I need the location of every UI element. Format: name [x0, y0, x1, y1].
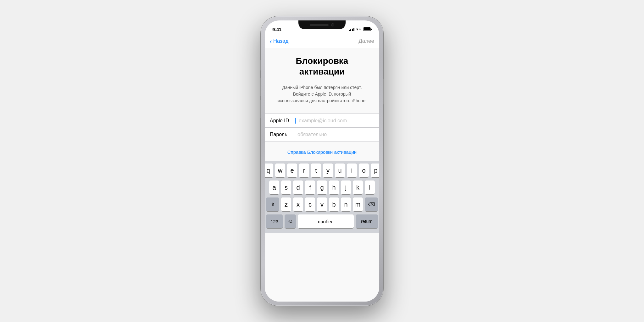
- password-row[interactable]: Пароль: [265, 128, 379, 142]
- volume-up-button[interactable]: [260, 78, 261, 96]
- wifi-icon: ▾ ≈: [356, 27, 361, 31]
- form-section: Apple ID Пароль: [265, 114, 379, 142]
- key-j[interactable]: j: [341, 180, 351, 194]
- key-y[interactable]: y: [323, 164, 333, 177]
- keyboard-row-3: ⇧ z x c v b n m ⌫: [266, 197, 378, 211]
- key-c[interactable]: c: [305, 197, 315, 211]
- key-q[interactable]: q: [265, 164, 273, 177]
- key-x[interactable]: x: [293, 197, 303, 211]
- keyboard-row-4: 123 ☺ пробел return: [266, 214, 378, 228]
- status-icons: ▾ ≈: [349, 27, 372, 31]
- page-title: Блокировкаактивации: [288, 56, 356, 77]
- key-d[interactable]: d: [293, 180, 303, 194]
- key-r[interactable]: r: [299, 164, 309, 177]
- front-camera: [331, 23, 334, 26]
- back-label: Назад: [273, 38, 289, 44]
- key-z[interactable]: z: [281, 197, 291, 211]
- key-space[interactable]: пробел: [298, 214, 354, 228]
- apple-id-row[interactable]: Apple ID: [265, 114, 379, 128]
- battery-icon: [363, 27, 372, 31]
- key-emoji[interactable]: ☺: [285, 214, 296, 228]
- key-numbers[interactable]: 123: [266, 214, 283, 228]
- key-o[interactable]: o: [359, 164, 369, 177]
- next-button[interactable]: Далее: [358, 38, 374, 44]
- key-t[interactable]: t: [311, 164, 321, 177]
- keyboard-row-2: a s d f g h j k l: [266, 180, 378, 194]
- key-n[interactable]: n: [341, 197, 351, 211]
- key-a[interactable]: a: [269, 180, 279, 194]
- signal-icon: [349, 27, 354, 31]
- key-e[interactable]: e: [287, 164, 297, 177]
- chevron-left-icon: ‹: [270, 38, 272, 44]
- key-return[interactable]: return: [356, 214, 378, 228]
- main-content: Блокировкаактивации Данный iPhone был по…: [265, 48, 379, 302]
- password-label: Пароль: [270, 132, 295, 137]
- power-button[interactable]: [383, 79, 384, 104]
- notch: [298, 20, 346, 29]
- description-text: Данный iPhone был потерян или стёрт. Вой…: [265, 84, 379, 104]
- key-b[interactable]: b: [329, 197, 339, 211]
- key-k[interactable]: k: [353, 180, 363, 194]
- cursor: [295, 118, 296, 124]
- apple-id-input[interactable]: [296, 118, 374, 124]
- key-l[interactable]: l: [365, 180, 375, 194]
- mute-button[interactable]: [260, 60, 261, 70]
- key-w[interactable]: w: [275, 164, 285, 177]
- keyboard-row-1: q w e r t y u i o p: [266, 164, 378, 177]
- back-button[interactable]: ‹ Назад: [270, 38, 288, 44]
- status-time: 9:41: [272, 27, 281, 32]
- key-g[interactable]: g: [317, 180, 327, 194]
- volume-down-button[interactable]: [260, 100, 261, 118]
- keyboard: q w e r t y u i o p a s d f g: [265, 161, 379, 233]
- apple-id-label: Apple ID: [270, 118, 295, 124]
- key-m[interactable]: m: [353, 197, 363, 211]
- key-f[interactable]: f: [305, 180, 315, 194]
- key-p[interactable]: p: [371, 164, 379, 177]
- key-v[interactable]: v: [317, 197, 327, 211]
- key-shift[interactable]: ⇧: [266, 197, 279, 211]
- speaker: [310, 24, 329, 26]
- key-i[interactable]: i: [347, 164, 357, 177]
- key-backspace[interactable]: ⌫: [365, 197, 378, 211]
- phone-outer: 9:41 ▾ ≈ ‹ На: [261, 16, 383, 306]
- key-u[interactable]: u: [335, 164, 345, 177]
- nav-bar: ‹ Назад Далее: [265, 34, 379, 48]
- key-h[interactable]: h: [329, 180, 339, 194]
- help-link[interactable]: Справка Блокировки активации: [287, 149, 357, 155]
- password-input[interactable]: [295, 132, 374, 137]
- key-s[interactable]: s: [281, 180, 291, 194]
- phone-screen: 9:41 ▾ ≈ ‹ На: [265, 20, 379, 302]
